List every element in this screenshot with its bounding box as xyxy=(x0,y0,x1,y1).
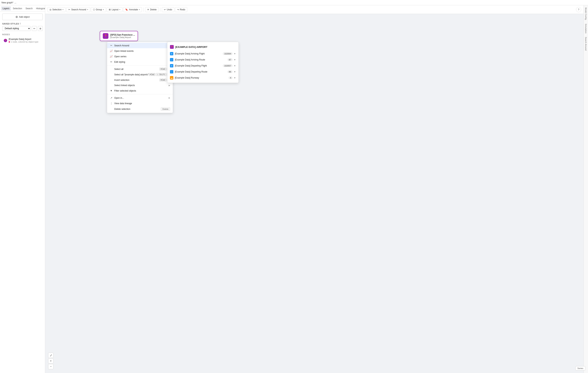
ctx-open-series-label: Open series xyxy=(114,55,126,58)
runway-filter-icon[interactable]: ▼ xyxy=(234,77,236,79)
arriving-flight-icon: ✈ xyxy=(170,52,173,55)
ctx-edit-styling[interactable]: ✏ Edit styling xyxy=(107,59,173,65)
redo-label: Redo xyxy=(180,8,185,11)
kbd-cmd2: ⌘Cmd xyxy=(149,73,156,76)
zoom-out-icon: − xyxy=(50,365,52,368)
sidebar-model-config[interactable]: Model Config. xyxy=(584,6,587,22)
ctx-select-all-airports[interactable]: Select all "[example data] airports" ⌘Cm… xyxy=(107,72,173,77)
departing-flight-filter-icon[interactable]: ▼ xyxy=(234,65,236,67)
kbd-shift: ⇧ Shift xyxy=(156,73,166,76)
toolbar-sep2 xyxy=(160,8,160,12)
graph-title: New graph* xyxy=(1,1,13,4)
runway-label: [Example Data] Runway xyxy=(175,77,199,79)
ctx-select-all[interactable]: Select all ⌘Cmd A xyxy=(107,66,173,72)
layout-btn[interactable]: ⊞ Layout ▾ xyxy=(107,7,122,12)
ctx-view-lineage[interactable]: ⋮ View data lineage xyxy=(107,101,173,106)
main-layout: Layers Selection Search Histogram Info ⟪… xyxy=(0,5,588,373)
canvas: 📍 [SFO] San Francisco ... [Example Data]… xyxy=(45,14,584,373)
saved-styles-section: Saved styles ℹ Default styling ✏ ⊕ xyxy=(0,21,45,32)
submenu-header-icon: 📍 xyxy=(170,45,174,49)
submenu-header-text: [EXAMPLE DATA] AIRPORT xyxy=(175,46,207,48)
ctx-linked-objects-chevron: ▶ xyxy=(169,84,170,87)
arriving-flight-filter-icon[interactable]: ▼ xyxy=(234,53,236,55)
help-btn[interactable]: ? xyxy=(576,7,581,12)
fit-view-btn[interactable]: ⤢ xyxy=(48,353,53,358)
redo-btn[interactable]: ↪ Redo xyxy=(175,7,188,12)
submenu-arriving-flight[interactable]: ✈ [Example Data] Arriving Flight 102064 … xyxy=(167,51,239,57)
delete-x-icon: ✕ xyxy=(147,8,149,11)
ctx-open-series[interactable]: 📈 Open series ▶ xyxy=(107,54,173,59)
top-bar: New graph* ... xyxy=(0,0,588,5)
submenu-departing-flight[interactable]: ✈ [Example Data] Departing Flight 102057… xyxy=(167,63,239,69)
canvas-node-title: [SFO] San Francisco ... xyxy=(110,33,135,36)
group-btn[interactable]: ⬡ Group ▾ xyxy=(91,7,106,12)
saved-styles-label: Saved styles ℹ xyxy=(2,22,43,25)
delete-selection-btn[interactable]: Delete xyxy=(161,107,170,111)
add-object-button[interactable]: ⊕ Add object xyxy=(2,13,43,20)
sidebar-search-around[interactable]: Search Around xyxy=(584,35,587,52)
node-name: [Example Data] Airport xyxy=(9,38,38,41)
edit-style-btn[interactable]: ✏ xyxy=(32,26,37,31)
delete-btn[interactable]: ✕ Delete xyxy=(145,7,159,12)
zoom-in-btn[interactable]: + xyxy=(48,358,53,363)
ctx-select-linked[interactable]: Select linked objects ▶ xyxy=(107,83,173,88)
departing-route-icon: ↔ xyxy=(170,70,173,74)
tab-layers[interactable]: Layers xyxy=(1,6,11,11)
layout-label: Layout xyxy=(112,8,118,11)
layout-icon: ⊞ xyxy=(109,8,111,11)
zoom-out-btn[interactable]: − xyxy=(48,364,53,369)
departing-route-filter-icon[interactable]: ▼ xyxy=(234,71,236,73)
ctx-delete-selection[interactable]: Delete selection Delete xyxy=(107,106,173,112)
add-object-label: Add object xyxy=(19,16,30,18)
submenu-runway[interactable]: ▬ [Example Data] Runway 4 ▼ xyxy=(167,75,239,81)
arriving-route-filter-icon[interactable]: ▼ xyxy=(234,59,236,61)
node-item[interactable]: 📍 [Example Data] Airport 1 node, colored… xyxy=(2,37,43,44)
ctx-open-linked-events[interactable]: 📈 Open linked events ▶ xyxy=(107,48,173,54)
selection-label: Selection xyxy=(52,8,62,11)
submenu-departing-route[interactable]: ↔ [Example Data] Departing Route 86 ▼ xyxy=(167,69,239,75)
ctx-delete-label: Delete selection xyxy=(114,108,130,110)
series-btn[interactable]: Series xyxy=(575,366,585,370)
sidebar-simulation[interactable]: Simulation xyxy=(584,22,587,35)
ctx-select-linked-label: Select linked objects xyxy=(114,84,135,87)
selection-icon: ◎ xyxy=(50,8,51,11)
ctx-divider2 xyxy=(107,94,173,94)
ctx-open-in-chevron: ▶ xyxy=(169,97,170,99)
help-icon: ? xyxy=(578,8,579,11)
departing-route-count: 86 xyxy=(227,70,233,73)
ctx-open-in-label: Open in... xyxy=(114,97,124,99)
tab-search[interactable]: Search xyxy=(24,6,34,11)
node-type-icon: 📍 xyxy=(4,39,7,42)
submenu-header: 📍 [EXAMPLE DATA] AIRPORT xyxy=(167,44,239,51)
tab-selection[interactable]: Selection xyxy=(11,6,23,11)
submenu-arriving-route[interactable]: ↔ [Example Data] Arriving Route 87 ▼ xyxy=(167,57,239,63)
left-panel: Layers Selection Search Histogram Info ⟪… xyxy=(0,5,45,373)
ctx-edit-styling-label: Edit styling xyxy=(114,61,125,63)
left-tabs: Layers Selection Search Histogram Info ⟪ xyxy=(0,5,45,12)
scissors-icon: ✂ xyxy=(68,8,70,11)
layout-caret-icon: ▾ xyxy=(119,9,120,11)
search-around-btn[interactable]: ✂ Search Around ▾ xyxy=(66,7,90,12)
ctx-select-airports-shortcut: ⌘Cmd ⇧ Shift A xyxy=(149,73,170,76)
node-dot-icon xyxy=(9,41,10,43)
selection-caret-icon: ▾ xyxy=(63,9,63,11)
canvas-node-card[interactable]: 📍 [SFO] San Francisco ... [Example Data]… xyxy=(100,31,138,41)
undo-btn[interactable]: ↩ Undo xyxy=(162,7,174,12)
annotate-caret-icon: ▾ xyxy=(139,9,140,11)
ctx-open-in[interactable]: ↗ Open in... ▶ xyxy=(107,95,173,101)
arriving-route-label: [Example Data] Arriving Route xyxy=(175,58,205,61)
ctx-search-around[interactable]: ✂ Search Around ▶ xyxy=(107,43,173,48)
canvas-node-icon: 📍 xyxy=(103,33,108,39)
annotate-btn[interactable]: 🔖 Annotate ▾ xyxy=(123,7,142,12)
selection-btn[interactable]: ◎ Selection ▾ xyxy=(47,7,65,12)
center-area: ◎ Selection ▾ ✂ Search Around ▾ ⬡ Group … xyxy=(45,5,584,373)
kbd-cmd1: ⌘Cmd xyxy=(159,68,166,70)
add-style-btn[interactable]: ⊕ xyxy=(38,26,43,31)
style-select[interactable]: Default styling xyxy=(2,26,31,31)
arriving-route-count: 87 xyxy=(227,58,233,61)
ctx-lineage-label: View data lineage xyxy=(114,102,132,105)
toolbar: ◎ Selection ▾ ✂ Search Around ▾ ⬡ Group … xyxy=(45,5,584,14)
ctx-invert-selection[interactable]: Invert selection ⌘Cmd I xyxy=(107,77,173,83)
ctx-filter-selected[interactable]: ▼ Filter selected objects xyxy=(107,88,173,93)
ctx-select-all-label: Select all xyxy=(114,68,124,70)
